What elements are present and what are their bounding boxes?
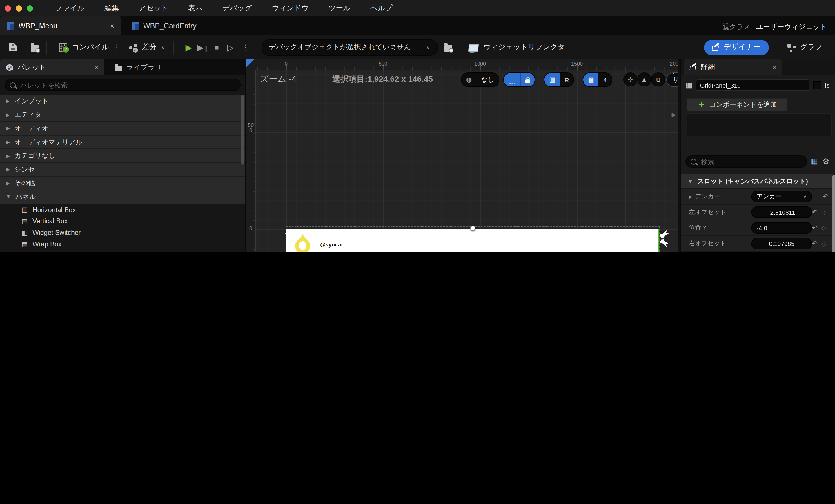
menu-help[interactable]: ヘルプ [370,3,392,13]
selection-lock-toggle[interactable] [503,73,535,87]
graph-icon [787,43,795,51]
globe-icon: ◍ [462,73,476,86]
palette-search-input[interactable] [19,81,236,89]
preview-mode-toggle[interactable]: ◍ なし [461,73,499,87]
diff-icon [129,44,138,51]
position-y-input[interactable]: -4.0 [752,222,812,234]
palette-category-uncategorized[interactable]: ▶カテゴリなし [0,149,245,163]
offset-left-input[interactable]: -2.810811 [752,206,812,218]
parent-class-link[interactable]: ユーザーウィジェット [756,23,827,31]
search-icon [691,159,696,164]
menu-tools[interactable]: ツール [328,3,350,13]
grid-snap-toggle[interactable]: ▦ 4 [583,73,612,87]
diff-button[interactable]: 差分 ∨ [129,42,165,52]
resize-handle[interactable] [470,226,475,231]
palette-category-panel[interactable]: ▼パネル [0,190,245,204]
close-window-icon[interactable] [5,5,11,11]
palette-search[interactable] [5,79,241,91]
tab-library[interactable]: ライブラリ [109,59,168,75]
compile-button[interactable]: ✓ コンパイル [59,42,109,52]
designer-mode-button[interactable]: デザイナー [704,40,769,55]
step-button[interactable]: ▶❙ [196,40,210,54]
menu-file[interactable]: ファイル [55,3,85,13]
layout-r-toggle[interactable]: ▥ R [544,73,574,87]
details-tab-label: 詳細 [701,62,715,72]
palette-category-synth[interactable]: ▶シンセ [0,163,245,177]
is-variable-checkbox[interactable] [813,81,821,89]
screen-size-dropdown[interactable]: 画面サイズ ∨ [666,73,678,87]
widget-reflector-button[interactable]: ウィジェットリフレクタ [468,42,565,52]
vertical-ruler [246,69,256,252]
revert-icon[interactable]: ↶ [823,193,829,201]
designer-viewport[interactable]: 0 500 1000 1500 200 500 0 500 1000 ズーム -… [246,59,678,252]
tab-details[interactable]: 詳細 × [684,59,782,75]
minimize-window-icon[interactable] [16,5,22,11]
palette-category-other[interactable]: ▶その他 [0,177,245,190]
debug-object-dropdown[interactable]: デバッグオブジェクトが選択されていません ∨ [261,39,437,55]
palette-item-widget-switcher[interactable]: ◧Widget Switcher [0,227,245,239]
palette-category-input[interactable]: ▶インプット [0,95,245,108]
palette-item-overlay[interactable]: ▣オーバーレイ [0,250,245,252]
ruler-tick-label: 200 [670,61,678,67]
cursor-tool-button[interactable]: ⊹ [623,73,637,86]
details-search[interactable] [686,156,807,168]
details-search-input[interactable] [700,158,802,166]
plus-icon: ＋ [697,99,706,110]
zoom-level-label: ズーム -4 [260,74,296,85]
property-row-size-y: サイズ Y 146.449829 ↶◇ [681,252,833,252]
stop-button[interactable]: ■ [210,40,224,54]
zoom-window-icon[interactable] [27,5,33,11]
save-button[interactable] [6,40,20,54]
revert-icon[interactable]: ↶ [812,224,818,232]
play-options-icon[interactable]: ⋮ [242,43,249,52]
palette-category-editor[interactable]: ▶エディタ [0,108,245,122]
compile-options-icon[interactable]: ⋮ [113,43,121,52]
menu-edit[interactable]: 編集 [104,3,119,13]
flip-tool-button[interactable]: ⧉ [651,73,665,86]
bind-diamond-icon[interactable]: ◇ [821,208,826,216]
component-list-empty [687,113,832,136]
bind-diamond-icon[interactable]: ◇ [821,240,826,247]
tab-palette[interactable]: パレット × [0,59,104,75]
palette-item-horizontal-box[interactable]: ▥Horizontal Box [0,204,245,216]
anchor-dropdown[interactable]: アンカー∨ [752,191,812,202]
close-icon[interactable]: × [772,63,776,71]
close-icon[interactable]: × [110,22,114,30]
bind-diamond-icon[interactable]: ◇ [821,224,826,232]
graph-mode-button[interactable]: グラフ [787,42,822,52]
add-component-button[interactable]: ＋ コンポーネントを追加 [687,98,788,112]
canvas-header-bar[interactable]: @syui.ai [286,229,658,252]
play-from-button[interactable]: ▷ [224,40,238,54]
menu-window[interactable]: ウィンドウ [272,3,309,13]
play-button[interactable]: ▶ [182,40,196,54]
settings-gear-icon[interactable]: ⚙ [822,156,830,166]
diff-label: 差分 [142,42,157,52]
browse-button[interactable] [28,40,42,54]
property-row-offset-left: 左オフセット -2.810811 ↶◇ [681,205,833,220]
ruler-tick-label: 1000 [474,61,486,67]
is-variable-label: Is [825,81,830,88]
offset-right-input[interactable]: 0.107985 [752,238,812,249]
menu-view[interactable]: 表示 [188,3,203,13]
macos-menu-bar: ファイル 編集 アセット 表示 デバッグ ウィンドウ ツール ヘルプ [0,0,835,16]
revert-icon[interactable]: ↶ [812,240,818,248]
palette-item-wrap-box[interactable]: ▦Wrap Box [0,238,245,250]
widget-name-input[interactable] [696,79,810,91]
palette-category-audio[interactable]: ▶オーディオ [0,122,245,136]
revert-icon[interactable]: ↶ [812,208,818,216]
palette-item-vertical-box[interactable]: ▤Vertical Box [0,216,245,227]
close-icon[interactable]: × [95,63,99,71]
scroll-right-icon[interactable]: ▶ [672,112,676,118]
palette-scrollbar[interactable] [241,95,244,165]
palette-category-audio-material[interactable]: ▶オーディオマテリアル [0,136,245,149]
ruler-tick-label: 500 [379,61,387,67]
section-slot[interactable]: ▼ スロット (キャンバスパネルスロット) [681,174,833,189]
display-filter-icon[interactable]: ▦ [811,157,818,165]
tab-wbp-menu[interactable]: WBP_Menu × [0,16,121,35]
menu-asset[interactable]: アセット [139,3,168,13]
menu-debug[interactable]: デバッグ [222,3,252,13]
details-scrollbar[interactable] [832,175,835,252]
image-tool-button[interactable]: ▲ [637,73,651,86]
tab-wbp-cardentry[interactable]: WBP_CardEntry [125,16,203,35]
debug-browse-button[interactable] [441,40,455,54]
